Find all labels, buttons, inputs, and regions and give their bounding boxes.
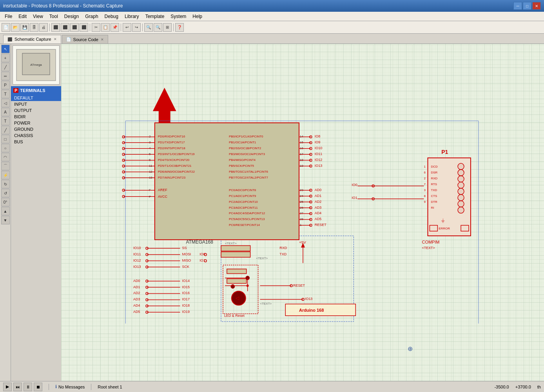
svg-text:ATmega: ATmega — [30, 63, 42, 67]
tool-terminal[interactable]: T — [1, 90, 10, 98]
minimize-button[interactable]: ─ — [513, 2, 522, 10]
tab-source-label: Source Code — [73, 37, 98, 42]
tool-circle[interactable]: ○ — [1, 144, 10, 152]
tb-cut[interactable]: ✂ — [92, 23, 100, 32]
svg-text:6: 6 — [424, 171, 426, 174]
svg-text:AD5: AD5 — [133, 310, 140, 314]
tool-text[interactable]: T — [1, 117, 10, 125]
close-button[interactable]: ✕ — [532, 2, 541, 10]
tool-arc[interactable]: ◠ — [1, 153, 10, 161]
svg-text:P1: P1 — [441, 149, 448, 155]
step-button[interactable]: ⏭ — [13, 383, 22, 391]
tool-rotate-ccw[interactable]: ↺ — [1, 189, 10, 197]
svg-text:9: 9 — [424, 200, 426, 204]
tool-path[interactable]: ⌒ — [1, 162, 10, 170]
menu-library[interactable]: Library — [121, 13, 142, 20]
panel-item-ground[interactable]: GROUND — [11, 126, 61, 132]
svg-text:RXD: RXD — [279, 246, 287, 250]
play-button[interactable]: ▶ — [3, 383, 12, 391]
tb-open[interactable]: 📂 — [11, 23, 20, 32]
coordinate-y: +3700.0 — [515, 385, 531, 389]
tb-zoom-fit[interactable]: ⊞ — [163, 23, 172, 32]
status-sep2 — [91, 384, 91, 390]
tool-rotate-cw[interactable]: ↻ — [1, 180, 10, 188]
menu-file[interactable]: File — [2, 13, 15, 20]
tool-move-down[interactable]: ▼ — [1, 216, 10, 224]
menu-edit[interactable]: Edit — [15, 13, 30, 20]
panel-item-bus[interactable]: BUS — [11, 139, 61, 145]
tb-redo[interactable]: ↪ — [132, 23, 141, 32]
svg-text:COMPIM: COMPIM — [422, 240, 440, 244]
tb-bom[interactable]: ⬛ — [80, 23, 88, 32]
tool-port[interactable]: ◁ — [1, 99, 10, 107]
svg-text:AREF: AREF — [158, 188, 167, 192]
svg-text:IO11: IO11 — [315, 152, 322, 156]
tool-angle[interactable]: 0° — [1, 198, 10, 206]
tool-move-up[interactable]: ▲ — [1, 207, 10, 215]
tb-zoom-out[interactable]: 🔍 — [154, 23, 162, 32]
tool-bus[interactable]: ═ — [1, 72, 10, 80]
panel-item-bidir[interactable]: BIDIR — [11, 114, 61, 120]
svg-text:PD4/T0/XCK/PCINT20: PD4/T0/XCK/PCINT20 — [158, 158, 190, 162]
svg-text:PD5/T1/OC0B/PCINT21: PD5/T1/OC0B/PCINT21 — [158, 164, 192, 168]
tab-schematic-close[interactable]: ✕ — [54, 37, 57, 41]
pause-button[interactable]: ⏸ — [24, 383, 32, 391]
tab-source-close[interactable]: ✕ — [101, 38, 104, 42]
tb-save[interactable]: 💾 — [20, 23, 29, 32]
svg-text:PB6/TOSC1/XTAL1/PCINT6: PB6/TOSC1/XTAL1/PCINT6 — [229, 170, 268, 173]
panel-item-input[interactable]: INPUT — [11, 101, 61, 107]
tb-undo[interactable]: ↩ — [123, 23, 131, 32]
svg-text:PD0/RXD/PCINT16: PD0/RXD/PCINT16 — [158, 135, 185, 138]
tb-save-all[interactable]: 🗄 — [30, 23, 38, 32]
menu-graph[interactable]: Graph — [82, 13, 101, 20]
svg-text:3: 3 — [424, 188, 426, 192]
coordinate-x: -3500.0 — [494, 385, 509, 389]
tb-print[interactable]: 🖨 — [39, 23, 48, 32]
info-icon: ℹ — [55, 384, 57, 389]
tool-junction[interactable]: + — [1, 54, 10, 62]
tool-symbol[interactable]: ⚡ — [1, 171, 10, 179]
menu-help[interactable]: Help — [189, 13, 205, 20]
svg-rect-174 — [221, 246, 250, 251]
menu-system[interactable]: System — [167, 13, 189, 20]
svg-text:2: 2 — [424, 177, 426, 180]
panel-item-output[interactable]: OUTPUT — [11, 107, 61, 114]
tb-copy[interactable]: 📋 — [101, 23, 110, 32]
tb-pcb[interactable]: ⬛ — [61, 23, 69, 32]
tb-3d[interactable]: ⬛ — [70, 23, 79, 32]
tool-line[interactable]: ╱ — [1, 126, 10, 134]
svg-text:<TEXT>: <TEXT> — [256, 257, 268, 260]
tb-schematic[interactable]: ⬛ — [51, 23, 60, 32]
menu-design[interactable]: Design — [61, 13, 82, 20]
tool-component[interactable]: P — [1, 81, 10, 89]
tb-help[interactable]: ❓ — [175, 23, 184, 32]
tb-zoom-in[interactable]: 🔍 — [144, 23, 153, 32]
tab-source[interactable]: 📄 Source Code ✕ — [62, 35, 108, 43]
svg-text:PC2/ADC2/PCINT10: PC2/ADC2/PCINT10 — [229, 200, 258, 204]
stop-button[interactable]: ⏹ — [34, 383, 42, 391]
panel-item-power[interactable]: POWER — [11, 120, 61, 126]
tab-schematic[interactable]: ⬛ Schematic Capture ✕ — [3, 35, 61, 43]
tool-label[interactable]: A — [1, 108, 10, 116]
panel-item-chassis[interactable]: CHASSIS — [11, 132, 61, 139]
tb-paste[interactable]: 📌 — [111, 23, 119, 32]
svg-text:PB5/SCK/PCINT5: PB5/SCK/PCINT5 — [229, 164, 254, 168]
svg-text:IO10: IO10 — [133, 246, 141, 250]
tool-select[interactable]: ↖ — [1, 45, 10, 53]
svg-text:PC0/ADC0/PCINT8: PC0/ADC0/PCINT8 — [229, 188, 256, 192]
maximize-button[interactable]: □ — [523, 2, 531, 10]
svg-text:AD4: AD4 — [133, 303, 140, 307]
menu-tool[interactable]: Tool — [46, 13, 61, 20]
tb-new[interactable]: 📄 — [2, 23, 10, 32]
menu-debug[interactable]: Debug — [102, 13, 121, 20]
tool-wire[interactable]: ╱ — [1, 63, 10, 71]
menu-template[interactable]: Template — [142, 13, 168, 20]
svg-text:DCD: DCD — [431, 165, 437, 168]
svg-text:PD2/INT0/PCINT18: PD2/INT0/PCINT18 — [158, 146, 185, 150]
main-area: ↖ + ╱ ═ P T ◁ A T ╱ □ ○ ◠ ⌒ ⚡ ↻ ↺ 0° ▲ ▼ — [0, 44, 544, 381]
menu-view[interactable]: View — [30, 13, 46, 20]
svg-rect-187 — [227, 269, 247, 274]
canvas-area[interactable]: ATMEGA168 PD0/RXD/PCINT16 PD1/TXD/PCINT1… — [61, 44, 544, 381]
panel-item-default[interactable]: DEFAULT — [11, 95, 61, 101]
tool-box[interactable]: □ — [1, 135, 10, 143]
